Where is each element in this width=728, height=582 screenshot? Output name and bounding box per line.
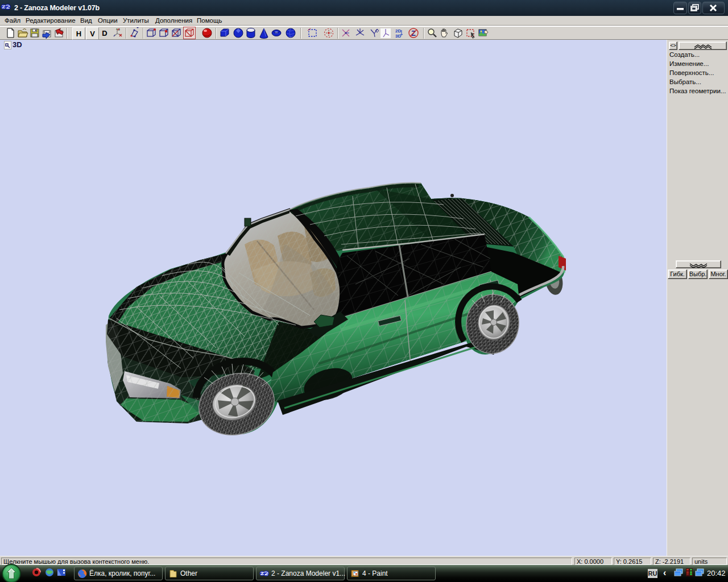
svg-text:2D: 2D	[395, 28, 401, 34]
svg-text:z: z	[118, 28, 120, 31]
